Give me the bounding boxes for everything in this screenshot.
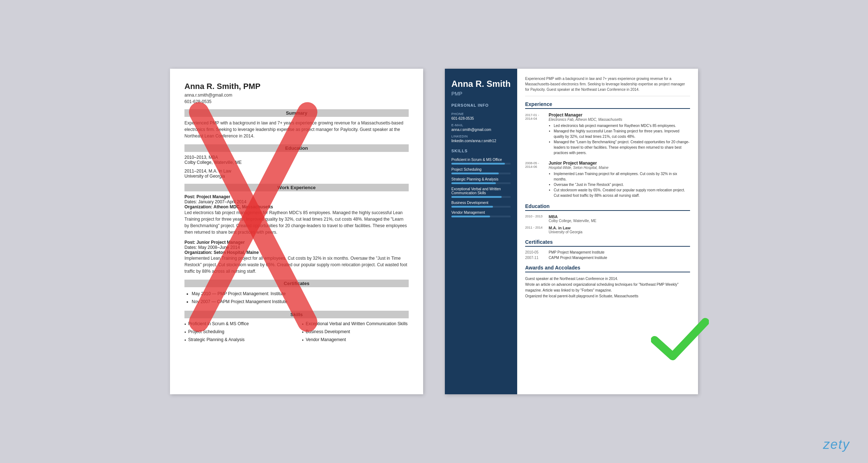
- skill-label-6: Vendor Management: [451, 211, 511, 214]
- right-exp-title: Experience: [525, 101, 690, 109]
- right-exp-2-end: 2014-06: [525, 165, 537, 169]
- right-exp-2-start: 2008-05 -: [525, 161, 539, 165]
- skill-bar-2: Project Scheduling: [451, 167, 511, 174]
- left-education-header: Education: [184, 144, 409, 152]
- right-cert-2-date: 2007-11: [525, 256, 545, 260]
- skill-fill-6: [451, 216, 490, 217]
- skill-label-5: Business Development: [451, 201, 511, 205]
- bullet-icon: •: [184, 322, 186, 327]
- left-work-2-text: Implemented Lean Training project for al…: [184, 255, 409, 275]
- left-skill-4: • Exceptional Verbal and Written Communi…: [302, 321, 409, 327]
- left-edu-2: 2011–2014, M.A. in Law University of Geo…: [184, 169, 409, 179]
- right-email-label: E-mail: [451, 123, 511, 127]
- left-name: Anna R. Smith, PMP: [184, 82, 409, 91]
- resume-left: Anna R. Smith, PMP anna.r.smith@gmail.co…: [170, 69, 423, 394]
- right-edu-2-degree: M.A. in Law: [549, 226, 582, 230]
- skill-fill-1: [451, 163, 505, 165]
- bullet-icon: •: [302, 338, 303, 343]
- skill-bg-3: [451, 182, 511, 184]
- left-work-2-dates: Dates: May 2008–June 2014: [184, 245, 409, 250]
- right-exp-2: 2008-05 - 2014-06 Junior Project Manager…: [525, 161, 690, 198]
- left-work-2: Post: Junior Project Manager Dates: May …: [184, 240, 409, 275]
- left-edu-1-school: Colby College, Waterville, ME: [184, 160, 409, 165]
- skill-bg-6: [451, 216, 511, 217]
- left-skills-col1: • Proficient in Scrum & MS Office • Proj…: [184, 321, 291, 345]
- skill-fill-5: [451, 206, 493, 208]
- left-skill-4-text: Exceptional Verbal and Written Communica…: [306, 321, 408, 326]
- left-skills-header: Skills: [184, 311, 409, 318]
- page-container: Anna R. Smith, PMP anna.r.smith@gmail.co…: [0, 0, 868, 463]
- right-exp-1-org: Electronics Fab, Atheon MDC, Massachuset…: [549, 118, 690, 122]
- left-edu-1: 2010–2013, MBA Colby College, Waterville…: [184, 155, 409, 165]
- right-sidebar: Anna R. Smith PMP Personal Info Phone 60…: [445, 69, 517, 394]
- right-exp-1-bullet-1: Led electronics fab project management f…: [554, 123, 690, 128]
- right-award-2: Wrote an article on advanced organizatio…: [525, 282, 690, 293]
- right-exp-1-end: 2014-04: [525, 117, 537, 120]
- left-skill-1: • Proficient in Scrum & MS Office: [184, 321, 291, 327]
- right-cert-1-date: 2010-05: [525, 250, 545, 254]
- skill-fill-3: [451, 182, 496, 184]
- right-exp-2-org: Hospital-Wide, Seton Hospital, Maine: [549, 166, 690, 170]
- skill-bg-2: [451, 173, 511, 174]
- left-work-1-post: Post: Project Manager: [184, 194, 409, 199]
- right-exp-2-bullet-3: Cut stockroom waste by 65%. Created our …: [554, 187, 690, 198]
- right-skills-title: Skills: [451, 149, 511, 155]
- left-work-1-text: Led electronics fab project management f…: [184, 209, 409, 235]
- left-work-header: Work Experience: [184, 184, 409, 191]
- skill-label-3: Strategic Planning & Analysis: [451, 177, 511, 181]
- left-work-2-post: Post: Junior Project Manager: [184, 240, 409, 245]
- skill-bar-6: Vendor Management: [451, 211, 511, 217]
- right-exp-2-title: Junior Project Manager: [549, 161, 690, 166]
- skill-label-4: Exceptional Verbal and Written Communica…: [451, 187, 511, 195]
- left-skill-3-text: Strategic Planning & Analysis: [188, 337, 244, 342]
- left-summary-text: Experienced PMP with a background in law…: [184, 120, 409, 139]
- right-exp-1-bullet-2: Managed the highly successful Lean Train…: [554, 128, 690, 139]
- skill-bg-1: [451, 163, 511, 165]
- right-exp-1-start: 2017-01 -: [525, 113, 539, 117]
- right-edu-1-dates: 2010 - 2013: [525, 214, 545, 223]
- left-work-1-dates: Dates: January 2007–April 2014: [184, 199, 409, 204]
- left-cert-1: May 2010 — PMP Project Management: Insti…: [192, 290, 409, 298]
- right-edu-2-school: University of Georgia: [549, 230, 582, 234]
- right-exp-1-bullets: Led electronics fab project management f…: [549, 123, 690, 156]
- left-skills-col2: • Exceptional Verbal and Written Communi…: [302, 321, 409, 345]
- right-cert-1-name: PMP Project Management Institute: [549, 250, 604, 254]
- skill-bg-4: [451, 196, 511, 198]
- right-phone-label: Phone: [451, 112, 511, 116]
- left-edu-1-dates: 2010–2013, MBA: [184, 155, 409, 160]
- right-email: anna.r.smith@gmail.com: [451, 128, 511, 132]
- skill-bar-5: Business Development: [451, 201, 511, 208]
- left-skill-2-text: Project Scheduling: [188, 329, 224, 334]
- left-edu-2-dates: 2011–2014, M.A. in Law: [184, 169, 409, 174]
- resume-right: Anna R. Smith PMP Personal Info Phone 60…: [445, 69, 698, 394]
- right-awards-title: Awards and Accolades: [525, 265, 690, 272]
- bullet-icon: •: [184, 338, 186, 343]
- right-linkedin-label: LinkedIn: [451, 135, 511, 138]
- left-certs-header: Certificates: [184, 280, 409, 287]
- skill-bar-4: Exceptional Verbal and Written Communica…: [451, 187, 511, 198]
- right-edu-1-school: Colby College, Waterville, ME: [549, 219, 596, 223]
- right-exp-1-bullet-3: Managed the "Learn by Benchmarking" proj…: [554, 139, 690, 156]
- left-skill-6: • Vendor Management: [302, 337, 409, 343]
- right-cert-2-name: CAPM Project Management Institute: [549, 256, 607, 260]
- skill-bar-1: Proficient in Scrum & MS Office: [451, 158, 511, 165]
- bullet-icon: •: [302, 322, 303, 327]
- right-exp-2-bullets: Implemented Lean Training project for al…: [549, 171, 690, 198]
- left-work-1: Post: Project Manager Dates: January 200…: [184, 194, 409, 235]
- left-work-1-org: Organization: Atheon MDC, Massachusetts: [184, 204, 409, 209]
- right-credential: PMP: [451, 91, 511, 97]
- left-cert-list: May 2010 — PMP Project Management: Insti…: [184, 290, 409, 306]
- left-skill-5-text: Business Development: [306, 329, 350, 334]
- right-main: Experienced PMP with a background in law…: [517, 69, 698, 394]
- right-summary: Experienced PMP with a background in law…: [525, 76, 690, 96]
- skill-label-2: Project Scheduling: [451, 167, 511, 171]
- right-exp-1-title: Project Manager: [549, 112, 690, 118]
- right-edu-2-details: M.A. in Law University of Georgia: [549, 226, 582, 234]
- skill-label-1: Proficient in Scrum & MS Office: [451, 158, 511, 162]
- left-edu-2-school: University of Georgia: [184, 174, 409, 179]
- left-skill-1-text: Proficient in Scrum & MS Office: [188, 321, 249, 326]
- right-exp-1-dates: 2017-01 - 2014-04: [525, 112, 545, 156]
- bullet-icon: •: [184, 330, 186, 335]
- left-skills-cols: • Proficient in Scrum & MS Office • Proj…: [184, 321, 409, 345]
- right-exp-2-bullet-1: Implemented Lean Training project for al…: [554, 171, 690, 182]
